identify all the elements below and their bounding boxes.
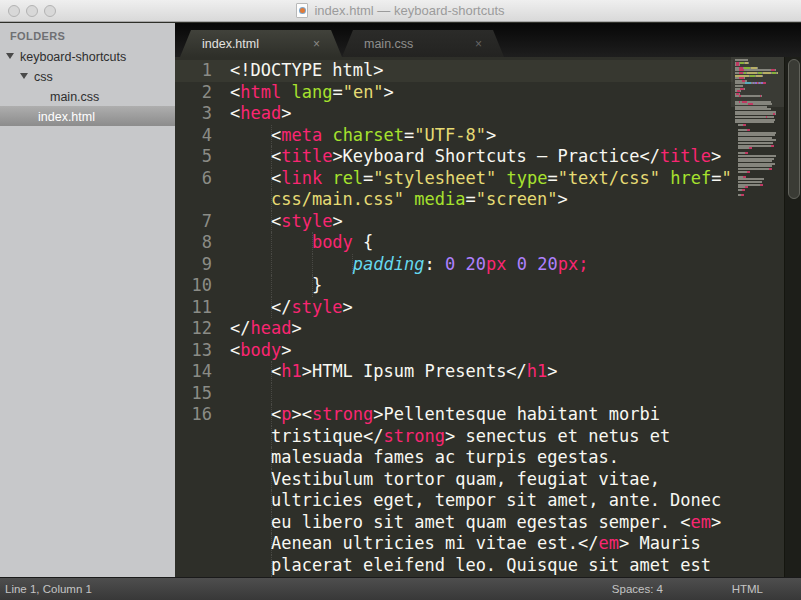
line-number: 11 [175,297,212,319]
indentation-status[interactable]: Spaces: 4 [612,583,663,595]
code-line[interactable]: 3<head> [175,103,733,125]
code-text: <h1>HTML Ipsum Presents</h1> [230,361,558,383]
tab-main-css[interactable]: main.css× [342,30,504,57]
tab-bar: index.html×main.css× [175,23,801,57]
code-line[interactable]: Vestibulum tortor quam, feugiat vitae, [175,469,733,491]
code-text: <style> [230,211,343,233]
code-text: placerat eleifend leo. Quisque sit amet … [230,555,711,577]
disclosure-triangle-icon[interactable] [6,53,14,59]
code-line[interactable]: 11 </style> [175,297,733,319]
zoom-window-button[interactable] [44,5,56,17]
code-line[interactable]: 8 body { [175,232,733,254]
code-text: } [230,275,322,297]
indent-guide [312,254,313,276]
window-title: index.html — keyboard-shortcuts [314,3,504,18]
code-text: </head> [230,318,302,340]
code-text: css/main.css" media="screen"> [230,189,568,211]
code-line[interactable]: 12</head> [175,318,733,340]
code-line[interactable]: tristique</strong> senectus et netus et [175,426,733,448]
folders-header: FOLDERS [0,23,175,46]
indent-guide [271,426,272,448]
code-text: tristique</strong> senectus et netus et [230,426,670,448]
code-line[interactable]: Aenean ultricies mi vitae est.</em> Maur… [175,533,733,555]
line-number: 7 [175,211,212,233]
code-line[interactable]: 10 } [175,275,733,297]
code-line[interactable]: 2<html lang="en"> [175,82,733,104]
line-number: 1 [175,60,212,82]
code-line[interactable]: 6 <link rel="stylesheet" type="text/css"… [175,168,733,190]
code-text: <meta charset="UTF-8"> [230,125,496,147]
code-line[interactable]: 7 <style> [175,211,733,233]
scrollbar-track[interactable] [784,57,801,577]
code-line[interactable]: ultricies eget, tempor sit amet, ante. D… [175,490,733,512]
code-line[interactable]: 5 <title>Keyboard Shortcuts — Practice</… [175,146,733,168]
code-line[interactable]: 16 <p><strong>Pellentesque habitant morb… [175,404,733,426]
indent-guide [271,211,272,233]
code-text: <title>Keyboard Shortcuts — Practice</ti… [230,146,721,168]
line-number [175,533,212,555]
line-number: 12 [175,318,212,340]
scrollbar-thumb[interactable] [788,59,800,199]
code-line[interactable]: 15 [175,383,733,405]
syntax-status[interactable]: HTML [732,583,763,595]
code-text: <link rel="stylesheet" type="text/css" h… [230,168,732,190]
indent-guide [271,254,272,276]
code-text: </style> [230,297,353,319]
code-text: eu libero sit amet quam egestas semper. … [230,512,721,534]
sidebar-item-label: index.html [38,110,95,124]
line-number: 9 [175,254,212,276]
code-line[interactable]: malesuada fames ac turpis egestas. [175,447,733,469]
sidebar: FOLDERS keyboard-shortcutscssmain.cssind… [0,23,175,577]
folder-tree: keyboard-shortcutscssmain.cssindex.html [0,46,175,126]
line-number: 8 [175,232,212,254]
indent-guide [271,189,272,211]
title-center: index.html — keyboard-shortcuts [0,3,801,18]
line-number [175,490,212,512]
line-number [175,426,212,448]
traffic-lights [8,5,56,17]
code-line[interactable]: 14 <h1>HTML Ipsum Presents</h1> [175,361,733,383]
cursor-position-status: Line 1, Column 1 [5,583,92,595]
tab-close-icon[interactable]: × [313,37,342,51]
sidebar-item-label: keyboard-shortcuts [20,50,126,64]
close-window-button[interactable] [8,5,20,17]
sidebar-item-index-html[interactable]: index.html [0,106,175,126]
minimap[interactable] [735,59,783,196]
tab-label: index.html [180,37,313,51]
code-text: <body> [230,340,291,362]
code-line[interactable]: 13<body> [175,340,733,362]
code-line[interactable]: placerat eleifend leo. Quisque sit amet … [175,555,733,577]
code-text: malesuada fames ac turpis egestas. [230,447,619,469]
code-editor[interactable]: 1<!DOCTYPE html>2<html lang="en">3<head>… [175,57,801,577]
code-line[interactable]: 9 padding: 0 20px 0 20px; [175,254,733,276]
tab-index-html[interactable]: index.html× [180,30,342,57]
indent-guide [312,232,313,254]
document-icon [296,3,308,18]
indent-guide [271,146,272,168]
indent-guide [271,533,272,555]
code-text: <!DOCTYPE html> [230,60,384,82]
title-bar: index.html — keyboard-shortcuts [0,0,801,22]
sidebar-item-css[interactable]: css [0,66,175,86]
code-text: <p><strong>Pellentesque habitant morbi [230,404,660,426]
tab-label: main.css [342,37,475,51]
line-number: 2 [175,82,212,104]
indent-guide [312,275,313,297]
line-number: 6 [175,168,212,190]
indent-guide [271,361,272,383]
code-text: <html lang="en"> [230,82,394,104]
line-number: 15 [175,383,212,405]
code-line[interactable]: 1<!DOCTYPE html> [175,60,733,82]
indent-guide [271,404,272,426]
disclosure-triangle-icon[interactable] [20,73,28,79]
code-line[interactable]: eu libero sit amet quam egestas semper. … [175,512,733,534]
line-number [175,512,212,534]
tab-close-icon[interactable]: × [475,37,504,51]
code-text: Vestibulum tortor quam, feugiat vitae, [230,469,660,491]
code-line[interactable]: 4 <meta charset="UTF-8"> [175,125,733,147]
sidebar-item-main-css[interactable]: main.css [0,86,175,106]
sidebar-item-keyboard-shortcuts[interactable]: keyboard-shortcuts [0,46,175,66]
indent-guide [271,512,272,534]
code-line[interactable]: css/main.css" media="screen"> [175,189,733,211]
minimize-window-button[interactable] [26,5,38,17]
